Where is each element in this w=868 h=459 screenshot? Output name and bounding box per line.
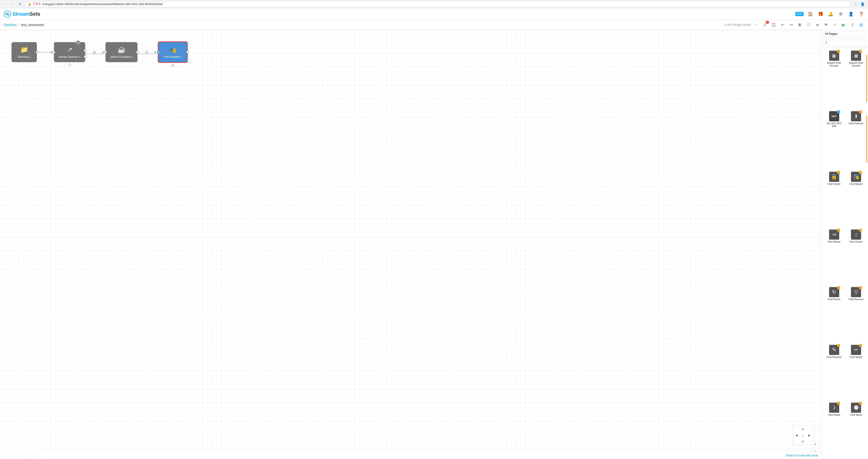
bulk-edit-link[interactable]: Switch to bulk edit mode [786, 454, 818, 457]
forward-button[interactable]: → [10, 1, 16, 7]
browser-bar: ← → ↻ 🔒 不安全 zhangyy01.flyfish:18630/coll… [0, 0, 868, 8]
gift-button[interactable]: 🎁 [817, 11, 824, 17]
stage-border-right [866, 55, 867, 102]
stage-item-field-pivoter[interactable]: ↻ P Field Pivoter [824, 286, 844, 341]
node-box-jython-evaluator1: ☕ Jython Evaluator 1 [105, 42, 137, 62]
stage-icon-base64-decoder: ▦ P [829, 51, 839, 61]
stage-name-field-orderer: Field Orderer [849, 240, 863, 243]
port-jython-left [104, 51, 107, 54]
stage-item-field-masker[interactable]: 🎭 P Field Masker [846, 170, 866, 226]
stage-badge-base64-encoder: P [859, 50, 862, 53]
stage-icon-field-remover: ▽ P [851, 287, 861, 297]
node-field-masker1[interactable]: 🎭 Field Masker 1 ⚠ [158, 41, 188, 63]
home-button[interactable]: 🏠 [807, 11, 814, 17]
stage-item-field-remover[interactable]: ▽ P Field Remover [846, 286, 866, 341]
port-stream-right-bottom [84, 55, 87, 58]
breadcrumb-pipelines[interactable]: Pipelines [4, 23, 17, 27]
stage-name-field-pivoter: Field Pivoter [828, 298, 841, 301]
settings-button[interactable]: ⚙ [838, 11, 844, 17]
redo-button[interactable]: ↪ [788, 22, 794, 28]
apps-button[interactable]: ⊞ [858, 22, 864, 28]
more-button[interactable]: ··· [753, 22, 759, 28]
profile-button[interactable]: 👤 [860, 1, 865, 7]
stage-icon-dev-sdc-rpc: DEV D [829, 111, 839, 121]
node-directory1[interactable]: 📁 Directory 1 [11, 42, 37, 62]
port-masker-right [186, 51, 189, 54]
stage-item-field-merger[interactable]: ⇒ P Field Merger [824, 228, 844, 284]
stage-item-field-flattener[interactable]: ⬇ P Field Flattener [846, 110, 866, 168]
stage-item-field-orderer[interactable]: ↕ P Field Orderer [846, 228, 866, 284]
connector-3-container: ⚙ [137, 50, 156, 54]
share-button[interactable]: ⇪ [849, 22, 856, 28]
base64-encoder-icon: ▦ [854, 53, 858, 58]
node-stream-selector1[interactable]: 1 2 ↗ Stream Selector 1 ⚠ [54, 42, 85, 62]
eye-button[interactable]: 👁 [823, 22, 829, 28]
run-button[interactable]: ▶ [840, 22, 847, 28]
node-box-field-masker1: 🎭 Field Masker 1 [158, 41, 188, 63]
nav-left-button[interactable]: ◀ [793, 432, 800, 438]
security-label: 不安全 [33, 2, 41, 6]
stage-name-field-hasher: Field Hasher [828, 183, 841, 186]
stage-item-field-renamer[interactable]: ✎ P Field Renamer [824, 343, 844, 399]
stream-selector-icon: ↗ [67, 46, 72, 54]
stage-icon-field-merger: ⇒ P [829, 230, 839, 240]
save-status: ⊙ All Changes Saved [724, 23, 750, 27]
field-flattener-icon: ⬇ [854, 113, 858, 119]
sch-badge[interactable]: SCH [796, 12, 804, 16]
stage-item-dev-sdc-rpc[interactable]: DEV D Dev SDC RPC With [824, 110, 844, 168]
stage-item-base64-encoder[interactable]: ▦ P Base64 Field Encoder [846, 49, 866, 108]
stage-badge-field-hasher: P [837, 171, 840, 174]
url-bar[interactable]: 🔒 不安全 zhangyy01.flyfish:18630/collector/… [25, 1, 851, 7]
stages-filter-select[interactable]: All Stages [824, 31, 866, 36]
stage-icon-field-splitter: ✂ P [851, 345, 861, 355]
clipboard-button[interactable]: 📋 [770, 22, 777, 28]
app-header: StreamSets SCH 🏠 🎁 🔔 ⚙ 👤 ❓ [0, 8, 868, 20]
stage-icon-field-watch: ⌚ P [851, 403, 861, 413]
nav-right-button[interactable]: ▶ [806, 432, 812, 438]
stage-item-field-splitter[interactable]: ✂ P Field Splitter [846, 343, 866, 399]
save-icon: ⊙ [724, 23, 726, 27]
stage-icon-field-masker: 🎭 P [851, 172, 861, 182]
stage-item-base64-decoder[interactable]: ▦ P Base64 Field Decoder [824, 49, 844, 108]
stage-badge-field-remover: P [859, 286, 862, 289]
bookmark-button[interactable]: ☆ [853, 1, 858, 7]
stage-badge-field-merger: P [837, 229, 840, 232]
masker-warning-icon: ⚠ [171, 63, 174, 67]
delete-button[interactable]: 🗑 [797, 22, 803, 28]
zoom-in-button[interactable]: + [812, 441, 818, 448]
stage-name-field-remover: Field Remover [849, 298, 864, 301]
connector-2-container: ⚙ [85, 50, 104, 54]
sub-header: Pipelines / test_streamsets ⊙ All Change… [0, 20, 868, 30]
stage-name-field-splitter: Field Splitter [849, 356, 863, 359]
main-layout: 📁 Directory 1 ▶ 1 2 ↗ Stream Selector 1 [0, 30, 868, 459]
reload-button[interactable]: ↻ [18, 1, 23, 7]
nav-up-button[interactable]: ▲ [800, 426, 806, 432]
stage-item-field-rotate[interactable]: ⤸ P Field Rotate [824, 401, 844, 457]
user-button[interactable]: 👤 [848, 11, 854, 17]
check-button[interactable]: ✓ [832, 22, 838, 28]
nav-home-button[interactable]: ⌂ [800, 432, 806, 438]
browser-actions: ☆ 👤 [853, 1, 865, 7]
bell-button[interactable]: 🔔 [828, 11, 834, 17]
node-jython-evaluator1[interactable]: ☕ Jython Evaluator 1 [105, 42, 137, 62]
shuffle-button[interactable]: ⇄ [814, 22, 820, 28]
stage-item-field-watch[interactable]: ⌚ P Field Watch [846, 401, 866, 457]
stage-item-field-hasher[interactable]: 🔒 P Field Hasher [824, 170, 844, 226]
toolbar: ⊙ All Changes Saved ··· ⚠ 2 📋 ↩ ↪ 🗑 📄 ⇄ … [724, 22, 864, 28]
nav-down-button[interactable]: ▼ [800, 438, 806, 445]
stages-panel: All Stages ▦ P Base64 Field Decoder ▦ P [822, 30, 868, 459]
stages-search-input[interactable] [824, 40, 866, 45]
stage-badge-field-splitter: P [859, 344, 862, 347]
stage-border-right-2 [866, 116, 867, 163]
stage-icon-field-orderer: ↕ P [851, 230, 861, 240]
back-button[interactable]: ← [3, 1, 8, 7]
stage-name-dev-sdc-rpc: Dev SDC RPC With [826, 122, 843, 128]
stage-badge-field-rotate: P [837, 402, 840, 405]
field-masker-icon: 🎭 [169, 46, 177, 54]
stage-name-field-watch: Field Watch [850, 414, 862, 417]
pipeline-canvas[interactable]: 📁 Directory 1 ▶ 1 2 ↗ Stream Selector 1 [0, 30, 822, 459]
help-button[interactable]: ❓ [858, 11, 864, 17]
undo-button[interactable]: ↩ [779, 22, 785, 28]
port-stream-left [53, 51, 55, 54]
duplicate-button[interactable]: 📄 [805, 22, 812, 28]
